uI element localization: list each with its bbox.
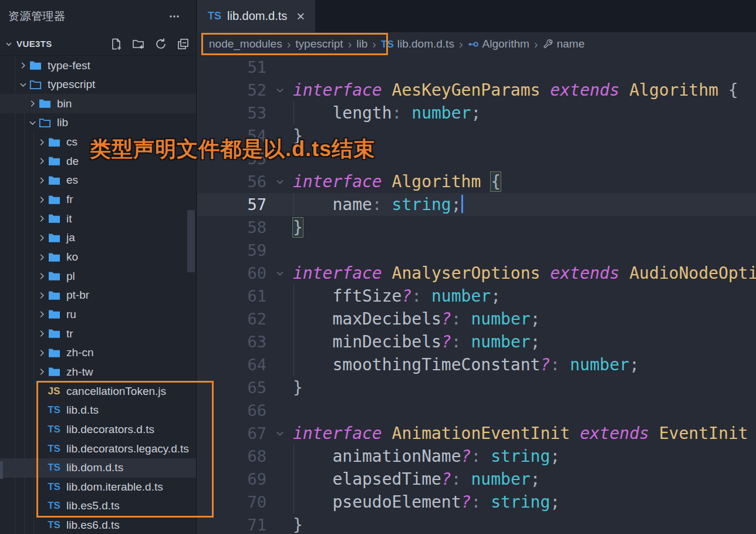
- tree-folder-lib[interactable]: lib: [0, 113, 196, 133]
- tree-file-lib.d.ts[interactable]: TSlib.d.ts: [0, 401, 196, 420]
- code-line-62[interactable]: 62 maxDecibels?: number;: [197, 307, 756, 330]
- code-line-57[interactable]: 57 name: string;: [197, 193, 756, 216]
- code-line-52[interactable]: 52interface AesKeyGenParams extends Algo…: [197, 79, 756, 102]
- line-number: 64: [197, 353, 266, 376]
- chevron-down-icon[interactable]: [27, 117, 38, 128]
- breadcrumb-label: typescript: [295, 38, 343, 50]
- tree-folder-zh-cn[interactable]: zh-cn: [0, 343, 196, 363]
- code-text: interface AesKeyGenParams extends Algori…: [293, 79, 738, 102]
- tree-folder-ru[interactable]: ru: [0, 305, 196, 324]
- tree-folder-fr[interactable]: fr: [0, 190, 196, 209]
- more-actions-icon[interactable]: [168, 10, 181, 23]
- tree-file-lib.es6.d.ts[interactable]: TSlib.es6.d.ts: [0, 516, 196, 534]
- folder-icon: [47, 309, 61, 319]
- chevron-right-icon[interactable]: [36, 290, 47, 300]
- breadcrumb-separator: ›: [287, 38, 291, 51]
- tree-file-lib.dom.iterable.d.ts[interactable]: TSlib.dom.iterable.d.ts: [0, 477, 196, 496]
- code-line-71[interactable]: 71}: [197, 513, 756, 534]
- workspace-section-header[interactable]: VUE3TS: [0, 32, 196, 56]
- code-line-63[interactable]: 63 minDecibels?: number;: [197, 330, 756, 353]
- chevron-right-icon[interactable]: [36, 175, 47, 185]
- breadcrumb-item-lib.dom.d.ts[interactable]: TSlib.dom.d.ts: [381, 38, 454, 50]
- code-line-51[interactable]: 51: [197, 56, 756, 79]
- code-line-61[interactable]: 61 fftSize?: number;: [197, 285, 756, 307]
- tree-file-cancellationToken.js[interactable]: JScancellationToken.js: [0, 381, 196, 401]
- chevron-right-icon[interactable]: [36, 137, 47, 147]
- code-line-55[interactable]: 55: [197, 147, 756, 170]
- code-line-56[interactable]: 56interface Algorithm {: [197, 170, 756, 193]
- breadcrumb-item-Algorithm[interactable]: Algorithm: [468, 38, 529, 50]
- breadcrumb-item-typescript[interactable]: typescript: [295, 38, 343, 50]
- breadcrumb-item-node_modules[interactable]: node_modules: [209, 38, 282, 50]
- tree-folder-cs[interactable]: cs: [0, 133, 196, 152]
- sidebar-scrollbar[interactable]: [187, 210, 195, 272]
- tree-file-lib.decorators.legacy.d.ts[interactable]: TSlib.decorators.legacy.d.ts: [0, 439, 196, 458]
- chevron-right-icon[interactable]: [36, 156, 47, 167]
- tab-lib-dom-d-ts[interactable]: TS lib.dom.d.ts ×: [197, 0, 315, 32]
- chevron-right-icon[interactable]: [36, 347, 47, 358]
- breadcrumb-item-name[interactable]: name: [542, 38, 585, 50]
- file-tree: type-festtypescriptbinlibcsdeesfritjakop…: [0, 56, 196, 534]
- collapse-all-icon[interactable]: [176, 37, 190, 51]
- folder-icon: [47, 137, 61, 147]
- line-number: 61: [197, 285, 266, 307]
- chevron-right-icon[interactable]: [36, 252, 47, 262]
- chevron-right-icon[interactable]: [36, 309, 47, 320]
- tree-folder-type-fest[interactable]: type-fest: [0, 56, 196, 75]
- new-folder-icon[interactable]: [131, 37, 146, 51]
- fold-chevron-icon[interactable]: [271, 79, 289, 102]
- new-file-icon[interactable]: [109, 37, 123, 51]
- chevron-right-icon[interactable]: [36, 271, 47, 282]
- line-number: 60: [197, 262, 266, 285]
- line-number: 59: [197, 239, 266, 262]
- tree-folder-typescript[interactable]: typescript: [0, 75, 196, 94]
- line-number: 69: [197, 468, 266, 491]
- fold-chevron-icon[interactable]: [271, 170, 289, 193]
- tree-folder-es[interactable]: es: [0, 171, 196, 190]
- code-line-65[interactable]: 65}: [197, 376, 756, 399]
- code-line-70[interactable]: 70 pseudoElement?: string;: [197, 491, 756, 513]
- chevron-right-icon[interactable]: [36, 232, 47, 243]
- tree-folder-pt-br[interactable]: pt-br: [0, 286, 196, 305]
- tree-folder-zh-tw[interactable]: zh-tw: [0, 362, 196, 381]
- breadcrumb-item-lib[interactable]: lib: [356, 38, 367, 50]
- tree-folder-de[interactable]: de: [0, 151, 196, 171]
- tree-file-lib.decorators.d.ts[interactable]: TSlib.decorators.d.ts: [0, 420, 196, 439]
- code-line-53[interactable]: 53 length: number;: [197, 102, 756, 124]
- chevron-right-icon[interactable]: [36, 329, 47, 339]
- tree-folder-pl[interactable]: pl: [0, 266, 196, 286]
- breadcrumb-label: node_modules: [209, 38, 282, 50]
- chevron-right-icon[interactable]: [36, 214, 47, 224]
- chevron-right-icon[interactable]: [36, 367, 47, 377]
- tree-folder-it[interactable]: it: [0, 209, 196, 228]
- fold-chevron-icon[interactable]: [271, 262, 289, 285]
- chevron-right-icon[interactable]: [27, 99, 38, 109]
- symbol-property-icon: [542, 39, 553, 49]
- code-editor[interactable]: 5152interface AesKeyGenParams extends Al…: [197, 56, 756, 534]
- close-icon[interactable]: ×: [296, 9, 305, 23]
- code-line-64[interactable]: 64 smoothingTimeConstant?: number;: [197, 353, 756, 376]
- line-number: 55: [197, 147, 266, 170]
- folder-icon: [47, 195, 61, 205]
- code-line-60[interactable]: 60interface AnalyserOptions extends Audi…: [197, 262, 756, 285]
- fold-chevron-icon[interactable]: [271, 422, 289, 445]
- chevron-right-icon[interactable]: [18, 60, 28, 71]
- tree-folder-bin[interactable]: bin: [0, 94, 196, 113]
- tree-folder-tr[interactable]: tr: [0, 324, 196, 343]
- tree-folder-ko[interactable]: ko: [0, 248, 196, 267]
- code-line-58[interactable]: 58}: [197, 216, 756, 239]
- tree-folder-ja[interactable]: ja: [0, 228, 196, 248]
- chevron-right-icon[interactable]: [36, 194, 47, 205]
- code-line-66[interactable]: 66: [197, 399, 756, 422]
- code-line-59[interactable]: 59: [197, 239, 756, 262]
- tree-file-lib.es5.d.ts[interactable]: TSlib.es5.d.ts: [0, 496, 196, 516]
- tree-file-lib.dom.d.ts[interactable]: TSlib.dom.d.ts: [0, 458, 196, 478]
- line-number: 67: [197, 422, 266, 445]
- refresh-icon[interactable]: [154, 37, 168, 51]
- line-number: 68: [197, 445, 266, 468]
- code-line-54[interactable]: 54}: [197, 124, 756, 147]
- code-line-68[interactable]: 68 animationName?: string;: [197, 445, 756, 468]
- chevron-down-icon[interactable]: [18, 79, 28, 90]
- code-line-69[interactable]: 69 elapsedTime?: number;: [197, 468, 756, 491]
- code-line-67[interactable]: 67interface AnimationEventInit extends E…: [197, 422, 756, 445]
